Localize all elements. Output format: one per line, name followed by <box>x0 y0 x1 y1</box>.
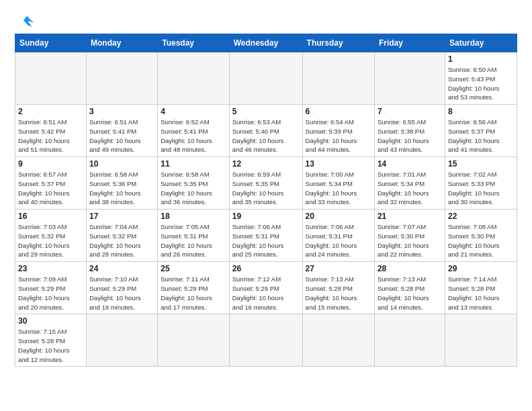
day-number: 23 <box>18 264 83 273</box>
day-info: Sunrise: 6:56 AM Sunset: 5:37 PM Dayligh… <box>448 118 514 154</box>
day-info: Sunrise: 6:54 AM Sunset: 5:39 PM Dayligh… <box>306 118 371 154</box>
day-number: 18 <box>161 212 226 221</box>
day-info: Sunrise: 7:06 AM Sunset: 5:31 PM Dayligh… <box>232 222 300 259</box>
day-cell: 29Sunrise: 7:14 AM Sunset: 5:28 PM Dayli… <box>445 262 517 314</box>
day-info: Sunrise: 6:59 AM Sunset: 5:35 PM Dayligh… <box>232 170 300 207</box>
empty-day-cell <box>86 314 157 367</box>
weekday-wednesday: Wednesday <box>229 34 302 52</box>
day-info: Sunrise: 6:52 AM Sunset: 5:41 PM Dayligh… <box>161 118 226 154</box>
empty-day-cell <box>302 314 374 367</box>
empty-day-cell <box>374 52 445 105</box>
day-cell: 19Sunrise: 7:06 AM Sunset: 5:31 PM Dayli… <box>229 210 302 262</box>
weekday-friday: Friday <box>374 34 445 52</box>
day-cell: 27Sunrise: 7:13 AM Sunset: 5:28 PM Dayli… <box>302 262 374 314</box>
day-cell: 2Sunrise: 6:51 AM Sunset: 5:42 PM Daylig… <box>15 105 87 157</box>
day-cell: 25Sunrise: 7:11 AM Sunset: 5:29 PM Dayli… <box>158 262 230 314</box>
day-number: 21 <box>378 212 442 221</box>
day-number: 28 <box>378 264 442 273</box>
weekday-header-row: SundayMondayTuesdayWednesdayThursdayFrid… <box>15 34 517 52</box>
empty-day-cell <box>158 52 230 105</box>
day-number: 1 <box>448 54 514 64</box>
svg-marker-0 <box>19 16 34 26</box>
day-info: Sunrise: 7:11 AM Sunset: 5:29 PM Dayligh… <box>161 275 226 312</box>
day-info: Sunrise: 7:10 AM Sunset: 5:29 PM Dayligh… <box>89 275 154 312</box>
day-info: Sunrise: 7:14 AM Sunset: 5:28 PM Dayligh… <box>448 275 514 312</box>
calendar-week-row: 23Sunrise: 7:09 AM Sunset: 5:29 PM Dayli… <box>15 262 517 314</box>
day-cell: 5Sunrise: 6:53 AM Sunset: 5:40 PM Daylig… <box>229 105 302 157</box>
day-info: Sunrise: 7:08 AM Sunset: 5:30 PM Dayligh… <box>448 222 514 259</box>
day-number: 19 <box>232 212 300 221</box>
day-number: 3 <box>89 107 154 116</box>
day-cell: 18Sunrise: 7:05 AM Sunset: 5:31 PM Dayli… <box>158 210 230 262</box>
day-cell: 15Sunrise: 7:02 AM Sunset: 5:33 PM Dayli… <box>445 157 517 210</box>
empty-day-cell <box>374 314 445 367</box>
logo <box>15 12 39 28</box>
day-info: Sunrise: 7:01 AM Sunset: 5:34 PM Dayligh… <box>378 170 442 207</box>
page: SundayMondayTuesdayWednesdayThursdayFrid… <box>0 0 532 376</box>
header <box>15 12 517 28</box>
day-cell: 6Sunrise: 6:54 AM Sunset: 5:39 PM Daylig… <box>302 105 374 157</box>
day-cell: 21Sunrise: 7:07 AM Sunset: 5:30 PM Dayli… <box>374 210 445 262</box>
day-number: 14 <box>378 159 442 169</box>
day-info: Sunrise: 6:50 AM Sunset: 5:43 PM Dayligh… <box>448 65 514 102</box>
calendar-week-row: 9Sunrise: 6:57 AM Sunset: 5:37 PM Daylig… <box>15 157 517 210</box>
day-cell: 28Sunrise: 7:13 AM Sunset: 5:28 PM Dayli… <box>374 262 445 314</box>
day-info: Sunrise: 7:06 AM Sunset: 5:31 PM Dayligh… <box>306 222 371 259</box>
day-info: Sunrise: 6:58 AM Sunset: 5:36 PM Dayligh… <box>89 170 154 207</box>
day-number: 24 <box>89 264 154 273</box>
day-number: 25 <box>161 264 226 273</box>
weekday-monday: Monday <box>86 34 157 52</box>
day-info: Sunrise: 6:58 AM Sunset: 5:35 PM Dayligh… <box>161 170 226 207</box>
calendar-week-row: 16Sunrise: 7:03 AM Sunset: 5:32 PM Dayli… <box>15 210 517 262</box>
day-number: 16 <box>18 212 83 221</box>
day-info: Sunrise: 7:09 AM Sunset: 5:29 PM Dayligh… <box>18 275 83 312</box>
weekday-thursday: Thursday <box>302 34 374 52</box>
day-cell: 11Sunrise: 6:58 AM Sunset: 5:35 PM Dayli… <box>158 157 230 210</box>
day-info: Sunrise: 7:07 AM Sunset: 5:30 PM Dayligh… <box>378 222 442 259</box>
day-number: 9 <box>18 159 83 169</box>
day-cell: 3Sunrise: 6:51 AM Sunset: 5:41 PM Daylig… <box>86 105 157 157</box>
day-cell: 10Sunrise: 6:58 AM Sunset: 5:36 PM Dayli… <box>86 157 157 210</box>
day-info: Sunrise: 7:15 AM Sunset: 5:28 PM Dayligh… <box>18 327 83 364</box>
calendar-week-row: 2Sunrise: 6:51 AM Sunset: 5:42 PM Daylig… <box>15 105 517 157</box>
day-cell: 13Sunrise: 7:00 AM Sunset: 5:34 PM Dayli… <box>302 157 374 210</box>
day-number: 17 <box>89 212 154 221</box>
calendar-week-row: 1Sunrise: 6:50 AM Sunset: 5:43 PM Daylig… <box>15 52 517 105</box>
day-number: 13 <box>306 159 371 169</box>
empty-day-cell <box>445 314 517 367</box>
day-cell: 9Sunrise: 6:57 AM Sunset: 5:37 PM Daylig… <box>15 157 87 210</box>
day-number: 30 <box>18 316 83 326</box>
day-info: Sunrise: 6:51 AM Sunset: 5:41 PM Dayligh… <box>89 118 154 154</box>
empty-day-cell <box>86 52 157 105</box>
empty-day-cell <box>158 314 230 367</box>
day-number: 4 <box>161 107 226 116</box>
day-info: Sunrise: 6:57 AM Sunset: 5:37 PM Dayligh… <box>18 170 83 207</box>
day-number: 22 <box>448 212 514 221</box>
day-cell: 16Sunrise: 7:03 AM Sunset: 5:32 PM Dayli… <box>15 210 87 262</box>
day-number: 15 <box>448 159 514 169</box>
day-cell: 4Sunrise: 6:52 AM Sunset: 5:41 PM Daylig… <box>158 105 230 157</box>
day-number: 26 <box>232 264 300 273</box>
calendar-table: SundayMondayTuesdayWednesdayThursdayFrid… <box>15 34 517 367</box>
day-cell: 1Sunrise: 6:50 AM Sunset: 5:43 PM Daylig… <box>445 52 517 105</box>
day-number: 2 <box>18 107 83 116</box>
logo-bird-icon <box>15 13 39 28</box>
day-number: 7 <box>378 107 442 116</box>
empty-day-cell <box>229 52 302 105</box>
day-info: Sunrise: 6:53 AM Sunset: 5:40 PM Dayligh… <box>232 118 300 154</box>
day-number: 8 <box>448 107 514 116</box>
day-cell: 26Sunrise: 7:12 AM Sunset: 5:29 PM Dayli… <box>229 262 302 314</box>
day-info: Sunrise: 7:00 AM Sunset: 5:34 PM Dayligh… <box>306 170 371 207</box>
empty-day-cell <box>229 314 302 367</box>
day-number: 20 <box>306 212 371 221</box>
calendar-week-row: 30Sunrise: 7:15 AM Sunset: 5:28 PM Dayli… <box>15 314 517 367</box>
day-info: Sunrise: 6:55 AM Sunset: 5:38 PM Dayligh… <box>378 118 442 154</box>
weekday-sunday: Sunday <box>15 34 87 52</box>
day-cell: 20Sunrise: 7:06 AM Sunset: 5:31 PM Dayli… <box>302 210 374 262</box>
day-cell: 22Sunrise: 7:08 AM Sunset: 5:30 PM Dayli… <box>445 210 517 262</box>
day-number: 29 <box>448 264 514 273</box>
day-cell: 14Sunrise: 7:01 AM Sunset: 5:34 PM Dayli… <box>374 157 445 210</box>
day-number: 5 <box>232 107 300 116</box>
day-cell: 23Sunrise: 7:09 AM Sunset: 5:29 PM Dayli… <box>15 262 87 314</box>
day-info: Sunrise: 7:13 AM Sunset: 5:28 PM Dayligh… <box>378 275 442 312</box>
